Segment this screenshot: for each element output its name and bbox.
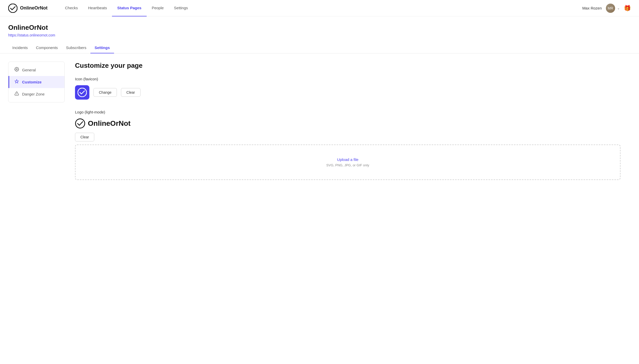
main-content: General Customize Danger Zone Customize …: [0, 53, 639, 364]
favicon-section: Icon (favicon) Change Clear: [75, 77, 621, 100]
nav-checks[interactable]: Checks: [60, 0, 83, 16]
favicon-preview: [75, 85, 89, 100]
sidebar-item-general[interactable]: General: [8, 64, 64, 76]
logo-clear-button[interactable]: Clear: [75, 133, 94, 141]
nav-people[interactable]: People: [147, 0, 169, 16]
sidebar-item-general-label: General: [22, 68, 36, 72]
app-logo-text: OnlineOrNot: [20, 5, 48, 11]
svg-point-0: [8, 4, 17, 13]
upload-link[interactable]: Upload a file: [82, 157, 614, 162]
logo-icon: [8, 4, 17, 13]
sidebar-item-danger-zone-label: Danger Zone: [22, 92, 45, 96]
content-title: Customize your page: [75, 62, 621, 70]
gift-icon[interactable]: 🎁: [624, 5, 631, 12]
user-name: Max Rozen: [582, 6, 602, 10]
sidebar-item-customize[interactable]: Customize: [8, 76, 64, 88]
nav-heartbeats[interactable]: Heartbeats: [83, 0, 112, 16]
page-url-link[interactable]: https://status.onlineornot.com: [8, 33, 631, 37]
gift-wrapper[interactable]: 🎁: [624, 5, 631, 12]
tab-settings[interactable]: Settings: [90, 42, 114, 53]
logo-preview-icon: [75, 118, 85, 129]
logo-label: Logo (light-mode): [75, 110, 621, 114]
chevron-down-icon[interactable]: ⌄: [617, 6, 620, 10]
customize-icon: [14, 79, 19, 85]
logo-section: Logo (light-mode) OnlineOrNot Clear Uplo…: [75, 110, 621, 180]
favicon-check-icon: [78, 88, 87, 97]
gear-icon: [14, 67, 19, 73]
sub-tabs: Incidents Components Subscribers Setting…: [0, 42, 639, 53]
app-logo[interactable]: OnlineOrNot: [8, 4, 48, 13]
favicon-change-button[interactable]: Change: [93, 88, 117, 97]
user-area[interactable]: MR ⌄: [606, 4, 620, 13]
sidebar: General Customize Danger Zone: [8, 62, 65, 102]
favicon-label: Icon (favicon): [75, 77, 621, 81]
page-title: OnlineOrNot: [8, 24, 631, 32]
svg-point-5: [76, 119, 85, 128]
svg-point-1: [16, 69, 17, 70]
favicon-row: Change Clear: [75, 85, 621, 100]
nav-status-pages[interactable]: Status Pages: [112, 0, 146, 16]
upload-dropzone[interactable]: Upload a file SVG, PNG, JPG, or GIF only: [75, 145, 621, 180]
top-nav: OnlineOrNot Checks Heartbeats Status Pag…: [0, 0, 639, 16]
nav-right: Max Rozen MR ⌄ 🎁: [582, 4, 631, 13]
tab-subscribers[interactable]: Subscribers: [62, 42, 90, 53]
settings-content: Customize your page Icon (favicon) Chang…: [65, 62, 631, 358]
svg-point-4: [78, 88, 87, 97]
avatar[interactable]: MR: [606, 4, 615, 13]
sidebar-item-danger-zone[interactable]: Danger Zone: [8, 88, 64, 100]
logo-preview-text: OnlineOrNot: [88, 119, 130, 128]
favicon-clear-button[interactable]: Clear: [121, 88, 140, 97]
sidebar-item-customize-label: Customize: [22, 80, 42, 84]
warning-icon: [14, 91, 19, 97]
tab-incidents[interactable]: Incidents: [8, 42, 32, 53]
upload-hint: SVG, PNG, JPG, or GIF only: [82, 163, 614, 167]
page-header: OnlineOrNot https://status.onlineornot.c…: [0, 16, 639, 37]
nav-links: Checks Heartbeats Status Pages People Se…: [60, 0, 582, 16]
nav-settings[interactable]: Settings: [169, 0, 193, 16]
logo-preview: OnlineOrNot: [75, 118, 621, 129]
tab-components[interactable]: Components: [32, 42, 62, 53]
